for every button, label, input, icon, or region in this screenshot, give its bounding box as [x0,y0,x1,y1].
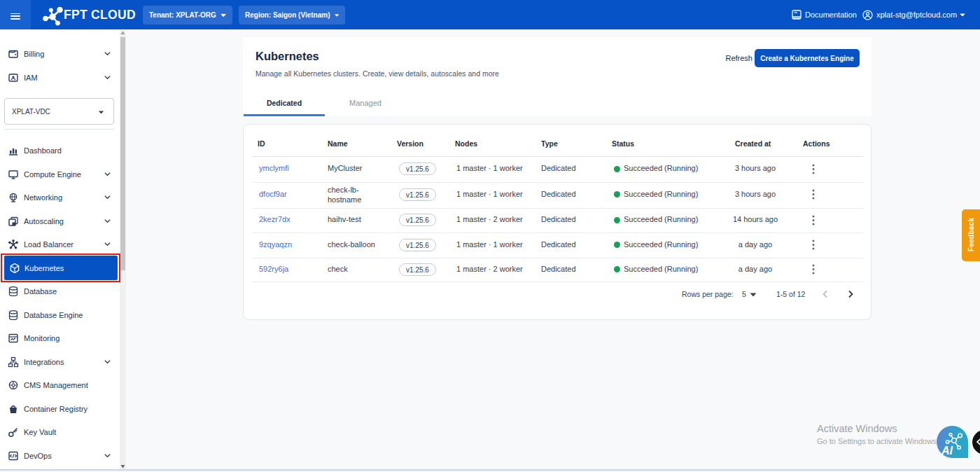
svg-text:AI: AI [941,445,953,457]
